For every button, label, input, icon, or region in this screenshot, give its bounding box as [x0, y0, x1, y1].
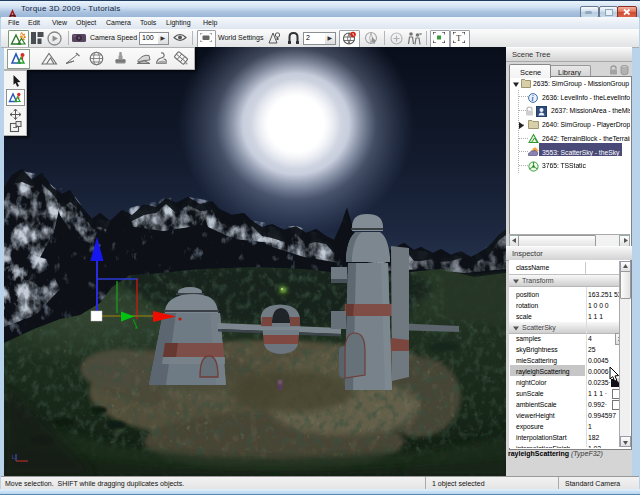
svg-text:T: T [456, 34, 461, 43]
